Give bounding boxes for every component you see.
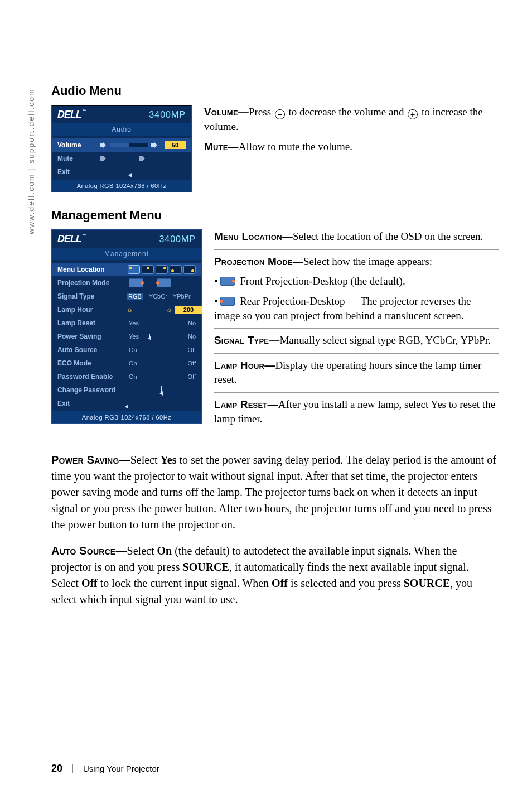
change-password-label: Change Password	[57, 386, 124, 394]
auto-source-term: Auto Source—	[51, 545, 127, 557]
power-saving-yes-cell[interactable]: Yes	[127, 333, 166, 340]
chapter-title: Using Your Projector	[83, 764, 159, 773]
model-label: 3400MP	[149, 110, 186, 120]
location-tc-icon[interactable]	[142, 265, 154, 274]
menu-location-desc: Menu Location—Select the location of the…	[214, 229, 499, 244]
location-options[interactable]	[127, 265, 196, 274]
power-saving-paragraph: Power Saving—Select Yes to set the power…	[51, 452, 499, 533]
osd-row-menu-location[interactable]: Menu Location	[52, 263, 201, 276]
dell-logo: DELL ™	[57, 109, 86, 121]
dell-logo: DELL ™	[57, 233, 86, 245]
page-footer: 20 Using Your Projector	[51, 763, 159, 774]
speaker-mute-left-icon	[100, 155, 108, 162]
signal-rgb[interactable]: RGB	[127, 293, 143, 300]
slider-track[interactable]	[110, 143, 149, 147]
audio-description: Volume—Press − to decrease the volume an…	[204, 105, 499, 159]
osd-audio-panel: DELL ™ 3400MP Audio Volume 50 Mute	[51, 105, 192, 192]
rear-projection-inline-icon	[220, 297, 235, 306]
password-enable-on[interactable]: On	[127, 373, 166, 380]
on-keyword: On	[157, 545, 172, 557]
osd-row-auto-source[interactable]: Auto Source On Off	[52, 343, 201, 357]
auto-source-off[interactable]: Off	[168, 346, 196, 353]
lamp-reset-no[interactable]: No	[168, 320, 196, 326]
osd-row-lamp-hour[interactable]: Lamp Hour ☼ ☼ 200	[52, 303, 201, 316]
text: to lock the current input signal. When	[98, 577, 272, 589]
text: Select	[127, 545, 157, 557]
enter-icon	[149, 334, 158, 339]
rear-projection-icon[interactable]	[157, 278, 171, 287]
location-tr-icon[interactable]	[156, 265, 168, 274]
bulb-icon: ☼	[127, 306, 133, 314]
signal-type-term: Signal Type—	[214, 334, 279, 346]
projection-mode-desc: Projection Mode—Select how the image app…	[214, 254, 499, 269]
text: Manually select signal type RGB, YCbCr, …	[279, 334, 490, 346]
minus-button-icon: −	[275, 109, 285, 119]
divider	[214, 249, 499, 250]
osd-row-eco-mode[interactable]: ECO Mode On Off	[52, 357, 201, 370]
osd-row-projection-mode[interactable]: Projection Mode	[52, 276, 201, 290]
divider	[214, 392, 499, 393]
osd-row-password-enable[interactable]: Password Enable On Off	[52, 370, 201, 383]
front-projection-icon[interactable]	[129, 278, 143, 287]
osd-row-lamp-reset[interactable]: Lamp Reset Yes No	[52, 316, 201, 330]
auto-source-paragraph: Auto Source—Select On (the default) to a…	[51, 543, 499, 608]
volume-value: 50	[165, 141, 186, 149]
osd-header: DELL ™ 3400MP	[52, 230, 201, 247]
osd-row-change-password[interactable]: Change Password	[52, 383, 201, 397]
projection-options[interactable]	[127, 278, 196, 287]
osd-mgmt-panel: DELL ™ 3400MP Management Menu Location	[51, 229, 202, 424]
signal-options[interactable]: RGB YCbCr YPbPr	[127, 293, 196, 300]
osd-row-signal-type[interactable]: Signal Type RGB YCbCr YPbPr	[52, 290, 201, 303]
yes-keyword: Yes	[161, 454, 177, 466]
text: Rear Projection-Desktop — The projector …	[214, 295, 471, 321]
front-projection-inline-icon	[220, 277, 235, 286]
osd-audio-body: Volume 50 Mute	[52, 136, 191, 180]
osd-header: DELL ™ 3400MP	[52, 105, 191, 123]
trademark-icon: ™	[83, 233, 86, 238]
audio-menu-heading: Audio Menu	[51, 84, 499, 98]
location-tl-icon[interactable]	[128, 265, 140, 274]
osd-row-mute[interactable]: Mute	[52, 152, 191, 165]
lamp-reset-desc: Lamp Reset—After you install a new lamp,…	[214, 397, 499, 426]
text: Press	[249, 106, 274, 118]
location-br-icon[interactable]	[183, 265, 196, 274]
lamp-reset-yes[interactable]: Yes	[127, 320, 166, 326]
exit-label: Exit	[57, 168, 96, 176]
eco-mode-on[interactable]: On	[127, 360, 166, 367]
model-label: 3400MP	[159, 234, 196, 244]
text: Select	[130, 454, 161, 466]
text: Front Projection-Desktop (the default).	[237, 275, 405, 287]
location-bl-icon[interactable]	[170, 265, 182, 274]
volume-term: Volume—	[204, 106, 249, 118]
osd-mgmt-footer: Analog RGB 1024x768 / 60Hz	[52, 411, 201, 423]
signal-ycbcr[interactable]: YCbCr	[149, 293, 167, 300]
power-saving-no[interactable]: No	[168, 333, 196, 340]
text: to decrease the volume and	[286, 106, 407, 118]
volume-slider[interactable]	[100, 142, 161, 148]
osd-row-exit[interactable]: Exit	[52, 397, 201, 410]
eco-mode-off[interactable]: Off	[168, 360, 196, 367]
lamp-hour-value: 200	[175, 306, 202, 314]
speaker-mute-right-icon	[139, 155, 147, 162]
power-saving-label: Power Saving	[57, 333, 124, 340]
divider	[51, 447, 499, 447]
off-keyword: Off	[81, 577, 98, 589]
source-keyword: SOURCE	[183, 561, 229, 573]
bulb-icon: ☼	[166, 306, 172, 314]
speaker-high-icon	[151, 142, 159, 148]
power-saving-term: Power Saving—	[51, 454, 130, 466]
osd-row-exit[interactable]: Exit	[52, 165, 191, 179]
divider	[214, 353, 499, 354]
eco-mode-label: ECO Mode	[57, 359, 124, 367]
osd-row-power-saving[interactable]: Power Saving Yes No	[52, 330, 201, 343]
auto-source-label: Auto Source	[57, 346, 124, 354]
lamp-reset-label: Lamp Reset	[57, 319, 124, 327]
plus-button-icon: +	[408, 109, 418, 119]
osd-row-volume[interactable]: Volume 50	[52, 138, 191, 152]
lamp-hour-label: Lamp Hour	[57, 306, 124, 314]
signal-ypbpr[interactable]: YPbPr	[173, 293, 191, 300]
mute-icons	[100, 155, 161, 162]
footer-separator	[72, 764, 73, 773]
password-enable-off[interactable]: Off	[168, 373, 196, 380]
auto-source-on[interactable]: On	[127, 346, 166, 353]
